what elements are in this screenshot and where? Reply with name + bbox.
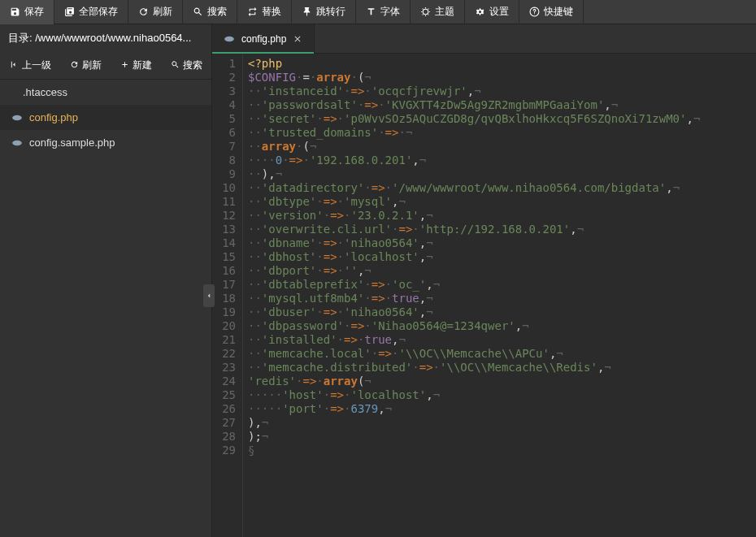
code-line[interactable]: ··'trusted_domains'·=>·¬	[248, 126, 756, 140]
code-line[interactable]: ··'datadirectory'·=>·'/www/wwwroot/www.n…	[248, 181, 756, 195]
new-button[interactable]: 新建	[115, 57, 157, 74]
line-number: 17	[215, 278, 236, 292]
php-file-icon	[224, 33, 235, 45]
line-number: 15	[215, 250, 236, 264]
theme-icon	[420, 6, 431, 17]
code-line[interactable]: ),¬	[248, 416, 756, 430]
line-number: 6	[215, 126, 236, 140]
code-line[interactable]: ·····'port'·=>·6379,¬	[248, 402, 756, 416]
shortcuts-button[interactable]: 快捷键	[519, 0, 584, 24]
replace-button[interactable]: 替换	[237, 0, 292, 24]
code-content[interactable]: <?php$CONFIG·=·array·(¬··'instanceid'·=>…	[243, 54, 756, 537]
code-line[interactable]: ··'mysql.utf8mb4'·=>·true,¬	[248, 292, 756, 305]
code-line[interactable]: 'redis'·=>·array(¬	[248, 375, 756, 388]
search-icon	[171, 60, 180, 71]
sidebar-refresh-button[interactable]: 刷新	[65, 57, 106, 74]
line-number: 25	[215, 388, 236, 402]
file-name: config.php	[29, 111, 78, 123]
code-line[interactable]: ··'memcache.local'·=>·'\\OC\\Memcache\\A…	[248, 347, 756, 361]
svg-point-1	[12, 115, 22, 119]
plus-icon	[120, 60, 129, 71]
code-line[interactable]: ··'version'·=>·'23.0.2.1',¬	[248, 209, 756, 223]
code-line[interactable]: ··'dbtableprefix'·=>·'oc_',¬	[248, 278, 756, 292]
sidebar-search-label: 搜索	[183, 58, 202, 72]
code-line[interactable]: ····0·=>·'192.168.0.201',¬	[248, 154, 756, 167]
sidebar-toolbar: 上一级 刷新 新建 搜索	[0, 52, 211, 80]
code-line[interactable]: ··'dbpassword'·=>·'Nihao0564@=1234qwer',…	[248, 319, 756, 333]
path-label: 目录:	[8, 32, 33, 44]
pin-icon	[302, 6, 312, 17]
code-line[interactable]: ··'dbname'·=>·'nihao0564',¬	[248, 236, 756, 250]
settings-button[interactable]: 设置	[465, 0, 519, 24]
replace-label: 替换	[262, 5, 281, 19]
help-icon	[529, 6, 540, 17]
gutter: 1234567891011121314151617181920212223242…	[212, 54, 243, 537]
file-item[interactable]: config.php	[0, 105, 211, 130]
font-button[interactable]: 字体	[356, 0, 411, 24]
line-number: 11	[215, 195, 236, 209]
code-line[interactable]: );¬	[248, 430, 756, 444]
sidebar-path[interactable]: 目录: /www/wwwroot/www.nihao0564...	[0, 24, 211, 52]
code-line[interactable]: ··'dbport'·=>·'',¬	[248, 264, 756, 278]
line-number: 14	[215, 236, 236, 250]
line-number: 21	[215, 333, 236, 347]
line-number: 26	[215, 402, 236, 416]
code-line[interactable]: ··'passwordsalt'·=>·'KVGXTT4zDw5Ag9ZR2mg…	[248, 98, 756, 112]
theme-button[interactable]: 主题	[411, 0, 465, 24]
file-name: config.sample.php	[29, 136, 115, 149]
save-all-button[interactable]: 全部保存	[54, 0, 128, 24]
line-number: 4	[215, 98, 236, 112]
code-line[interactable]: ·····'host'·=>·'localhost',¬	[248, 388, 756, 402]
svg-point-3	[224, 36, 234, 41]
code-line[interactable]: ··'memcache.distributed'·=>·'\\OC\\Memca…	[248, 361, 756, 375]
tabs: config.php	[212, 24, 756, 54]
code-line[interactable]: ··'dbtype'·=>·'mysql',¬	[248, 195, 756, 209]
code-line[interactable]: $CONFIG·=·array·(¬	[248, 71, 756, 84]
editor-area: config.php 12345678910111213141516171819…	[212, 24, 756, 537]
code-line[interactable]: <?php	[248, 57, 756, 71]
search-label: 搜索	[207, 5, 227, 19]
save-button[interactable]: 保存	[0, 0, 54, 24]
goto-line-button[interactable]: 跳转行	[292, 0, 356, 24]
line-number: 18	[215, 292, 236, 305]
line-number: 7	[215, 140, 236, 154]
code-line[interactable]: ··'overwrite.cli.url'·=>·'http://192.168…	[248, 223, 756, 236]
code-line[interactable]: ··'instanceid'·=>·'ocqcfjrevwjr',¬	[248, 84, 756, 98]
up-label: 上一级	[22, 58, 51, 72]
file-item[interactable]: .htaccess	[0, 80, 211, 105]
goto-line-label: 跳转行	[316, 5, 345, 19]
line-number: 20	[215, 319, 236, 333]
file-item[interactable]: config.sample.php	[0, 130, 211, 155]
code-line[interactable]: ··array·(¬	[248, 140, 756, 154]
tab-label: config.php	[241, 33, 286, 45]
search-button[interactable]: 搜索	[183, 0, 237, 24]
line-number: 5	[215, 112, 236, 126]
refresh-button[interactable]: 刷新	[128, 0, 183, 24]
code-line[interactable]: ··'secret'·=>·'p0WvvSOz5AQuCZGD8g/qvQBxl…	[248, 112, 756, 126]
line-number: 28	[215, 430, 236, 444]
path-value: /www/wwwroot/www.nihao0564...	[33, 32, 192, 44]
code-line[interactable]: ··'installed'·=>·true,¬	[248, 333, 756, 347]
code-line[interactable]: §	[248, 444, 756, 457]
code-line[interactable]: ··'dbuser'·=>·'nihao0564',¬	[248, 305, 756, 319]
code-line[interactable]: ··'dbhost'·=>·'localhost',¬	[248, 250, 756, 264]
php-file-icon	[11, 137, 23, 149]
close-icon[interactable]	[293, 34, 302, 44]
line-number: 16	[215, 264, 236, 278]
line-number: 29	[215, 444, 236, 457]
tab[interactable]: config.php	[212, 24, 315, 53]
collapse-sidebar-handle[interactable]	[203, 284, 215, 307]
up-button[interactable]: 上一级	[5, 57, 56, 74]
php-file-icon	[11, 112, 23, 123]
new-label: 新建	[133, 58, 152, 72]
refresh-icon	[70, 60, 79, 71]
code-editor[interactable]: 1234567891011121314151617181920212223242…	[212, 54, 756, 537]
gear-icon	[475, 6, 485, 17]
save-all-label: 全部保存	[79, 5, 118, 19]
save-icon	[10, 6, 20, 17]
line-number: 24	[215, 375, 236, 388]
sidebar-search-button[interactable]: 搜索	[166, 57, 207, 74]
code-line[interactable]: ··),¬	[248, 167, 756, 181]
line-number: 3	[215, 84, 236, 98]
replace-icon	[247, 6, 258, 17]
